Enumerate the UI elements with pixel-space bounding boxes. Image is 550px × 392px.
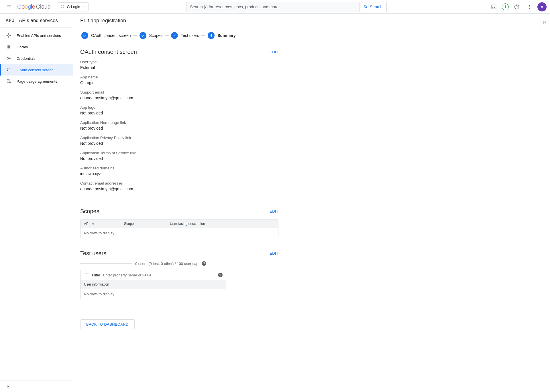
- sidebar-item-page-usage[interactable]: Page usage agreements: [0, 76, 73, 87]
- svg-point-1: [63, 5, 64, 6]
- table-empty-message: No rows to display: [80, 289, 226, 299]
- cloud-shell-icon[interactable]: [489, 2, 498, 11]
- search-icon: [364, 5, 368, 9]
- check-icon: [140, 32, 146, 39]
- check-icon: [171, 32, 178, 39]
- edit-test-users-button[interactable]: EDIT: [270, 251, 278, 256]
- search-input[interactable]: Search (/) for resources, docs, products…: [186, 2, 360, 12]
- main-content: Edit app registration OAuth consent scre…: [73, 14, 550, 392]
- filter-row: Filter ?: [80, 270, 226, 280]
- search-button[interactable]: Search: [360, 2, 387, 12]
- step-scopes[interactable]: Scopes: [140, 32, 163, 39]
- sidebar-item-label: Page usage agreements: [17, 79, 57, 84]
- avatar[interactable]: A: [537, 2, 547, 11]
- credentials-icon: [6, 56, 11, 61]
- sidebar-item-library[interactable]: Library: [0, 41, 73, 53]
- hamburger-menu-icon[interactable]: [3, 1, 15, 13]
- filter-label: Filter: [92, 273, 100, 277]
- sidebar-item-credentials[interactable]: Credentials: [0, 53, 73, 64]
- scopes-table: API Scope User-facing description No row…: [80, 219, 278, 238]
- svg-rect-9: [7, 45, 7, 49]
- enabled-apis-icon: [6, 33, 11, 38]
- step-divider: [133, 35, 137, 36]
- step-summary[interactable]: 4 Summary: [208, 32, 236, 39]
- more-menu-icon[interactable]: [525, 2, 534, 11]
- trial-badge[interactable]: 1: [502, 3, 509, 10]
- section-title: Scopes: [80, 208, 99, 215]
- sidebar-header[interactable]: API APIs and services: [0, 14, 73, 27]
- section-title: OAuth consent screen: [80, 49, 137, 55]
- help-icon[interactable]: ?: [202, 261, 206, 266]
- sidebar-item-label: Library: [17, 45, 28, 49]
- step-test-users[interactable]: Test users: [171, 32, 199, 39]
- svg-point-0: [61, 5, 62, 6]
- help-icon[interactable]: [512, 2, 521, 11]
- svg-rect-15: [9, 69, 10, 69]
- chevron-left-icon: [6, 384, 11, 389]
- svg-rect-14: [7, 70, 8, 71]
- step-divider: [165, 35, 169, 36]
- chevron-left-icon: [542, 20, 547, 25]
- edit-oauth-button[interactable]: EDIT: [270, 50, 278, 54]
- stepper: OAuth consent screen Scopes Test users: [80, 27, 278, 46]
- svg-point-7: [529, 6, 530, 7]
- api-logo-icon: API: [6, 18, 15, 23]
- sidebar: API APIs and services Enabled APIs and s…: [0, 14, 73, 392]
- step-oauth-consent[interactable]: OAuth consent screen: [81, 32, 131, 39]
- project-selector[interactable]: G-Login: [58, 2, 89, 11]
- project-icon: [61, 5, 65, 9]
- check-icon: [81, 32, 88, 39]
- step-divider: [201, 35, 205, 36]
- edit-scopes-button[interactable]: EDIT: [270, 209, 278, 213]
- svg-rect-4: [492, 5, 496, 9]
- sidebar-item-enabled-apis[interactable]: Enabled APIs and services: [0, 30, 73, 41]
- column-api[interactable]: API: [84, 222, 107, 226]
- section-title: Test users: [80, 250, 106, 257]
- section-scopes: Scopes EDIT API Scope User-facing descri…: [80, 208, 278, 244]
- sidebar-collapse-button[interactable]: [0, 381, 73, 392]
- oauth-consent-icon: [6, 67, 11, 73]
- project-name: G-Login: [67, 5, 80, 9]
- svg-rect-17: [7, 79, 9, 82]
- chevron-down-icon: [82, 5, 85, 8]
- svg-rect-10: [8, 45, 9, 49]
- svg-rect-11: [9, 45, 10, 49]
- table-empty-message: No rows to display: [80, 228, 278, 238]
- page-title: Edit app registration: [73, 14, 550, 27]
- svg-point-12: [7, 58, 9, 59]
- filter-input[interactable]: [103, 273, 215, 277]
- section-oauth-consent: OAuth consent screen EDIT User typeExter…: [80, 49, 278, 202]
- sidebar-item-label: Enabled APIs and services: [17, 33, 61, 38]
- svg-point-3: [63, 7, 64, 8]
- progress-bar: [80, 263, 132, 264]
- section-test-users: Test users EDIT 0 users (0 test, 0 other…: [80, 250, 278, 305]
- sidebar-item-oauth-consent[interactable]: OAuth consent screen: [0, 64, 73, 76]
- header-right: 1 A: [489, 2, 547, 11]
- google-cloud-logo[interactable]: GoogleCloud: [17, 3, 51, 10]
- filter-icon: [84, 272, 89, 278]
- search-container: Search (/) for resources, docs, products…: [186, 2, 387, 12]
- svg-point-8: [529, 8, 530, 9]
- top-header: GoogleCloud G-Login Search (/) for resou…: [0, 0, 550, 14]
- test-users-table: Filter ? User information No rows to dis…: [80, 270, 226, 299]
- sidebar-item-label: OAuth consent screen: [17, 68, 54, 72]
- help-icon[interactable]: ?: [218, 273, 223, 277]
- user-cap-row: 0 users (0 test, 0 other) / 100 user cap…: [80, 261, 278, 266]
- sidebar-item-label: Credentials: [17, 56, 36, 61]
- back-to-dashboard-button[interactable]: BACK TO DASHBOARD: [80, 319, 135, 329]
- column-scope[interactable]: Scope: [124, 222, 153, 226]
- page-usage-icon: [6, 78, 11, 84]
- right-panel-toggle[interactable]: [539, 17, 550, 28]
- library-icon: [6, 44, 11, 50]
- arrow-up-icon: [91, 222, 95, 226]
- column-user-information[interactable]: User information: [80, 280, 226, 289]
- svg-point-2: [61, 7, 62, 8]
- svg-rect-13: [7, 69, 8, 70]
- svg-point-6: [529, 5, 530, 6]
- column-description[interactable]: User-facing description: [170, 222, 205, 226]
- svg-rect-16: [9, 71, 10, 71]
